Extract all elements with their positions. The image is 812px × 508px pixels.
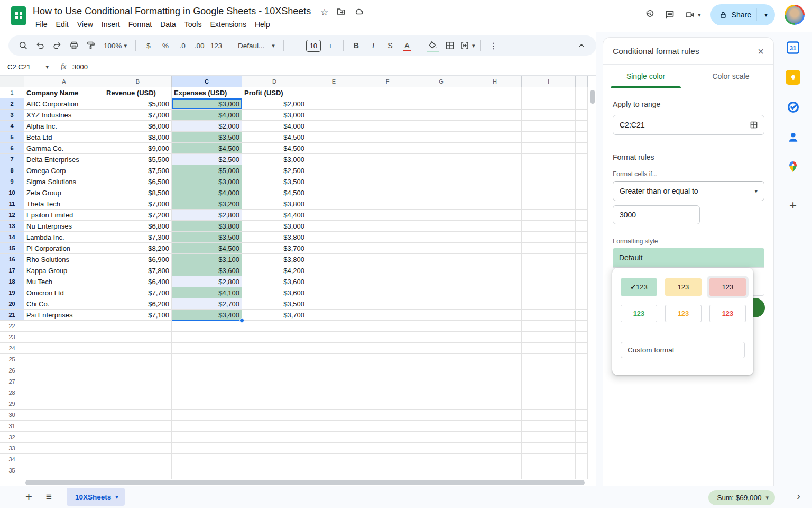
cell[interactable] [414,354,468,365]
cell[interactable] [307,165,361,176]
cell[interactable] [361,287,414,298]
row-header-28[interactable]: 28 [0,387,24,398]
collapse-toolbar-icon[interactable] [574,38,589,53]
cell[interactable] [104,432,172,443]
row-header-34[interactable]: 34 [0,454,24,465]
row-header-2[interactable]: 2 [0,98,24,110]
cell[interactable]: $2,000 [172,121,242,132]
expand-side-panel-icon[interactable]: › [797,490,800,502]
cell[interactable] [24,387,104,398]
column-header-H[interactable]: H [468,76,522,87]
cell[interactable]: Omega Corp [24,165,104,176]
cell[interactable] [468,376,522,387]
cell[interactable] [468,265,522,276]
cell[interactable] [172,398,242,410]
cell[interactable]: $3,200 [172,198,242,210]
cell[interactable]: $7,700 [104,287,172,298]
format-percent-button[interactable]: % [158,38,173,53]
cell[interactable] [522,187,576,198]
cell[interactable] [104,321,172,332]
cell[interactable] [414,121,468,132]
cell[interactable]: $3,000 [242,110,307,121]
font-size-input[interactable]: 10 [306,40,321,52]
cell[interactable]: $7,300 [104,232,172,243]
cell[interactable]: Lambda Inc. [24,232,104,243]
get-addons-icon[interactable]: + [783,196,802,215]
cell[interactable] [468,87,522,98]
cell[interactable] [414,176,468,187]
cell[interactable] [104,421,172,432]
cell[interactable] [576,376,588,387]
cell[interactable]: $5,500 [104,154,172,165]
sheets-logo-icon[interactable] [11,6,26,25]
cell[interactable] [104,332,172,343]
cell[interactable]: ABC Corporation [24,98,104,110]
cell[interactable]: $2,500 [242,165,307,176]
cell[interactable] [307,454,361,465]
cell[interactable] [468,310,522,321]
tab-color-scale[interactable]: Color scale [688,65,773,88]
cell[interactable] [522,243,576,254]
cell[interactable] [361,187,414,198]
cell[interactable]: Sigma Solutions [24,176,104,187]
row-header-32[interactable]: 32 [0,432,24,443]
merge-cells-button[interactable]: ▾ [459,38,475,53]
cell[interactable] [361,443,414,454]
cell[interactable] [468,365,522,376]
cell[interactable] [522,298,576,310]
cell[interactable] [307,332,361,343]
cell[interactable] [576,121,588,132]
row-header-30[interactable]: 30 [0,410,24,421]
cell[interactable] [468,254,522,265]
cell[interactable] [576,432,588,443]
cell[interactable] [522,354,576,365]
column-header-G[interactable]: G [414,76,468,87]
select-range-icon[interactable] [749,120,759,130]
cell[interactable]: $3,100 [172,254,242,265]
calendar-icon[interactable]: 31 [783,38,802,57]
cell[interactable] [522,143,576,154]
cell[interactable] [414,298,468,310]
cell[interactable]: Nu Enterprises [24,221,104,232]
cell[interactable] [414,332,468,343]
row-header-3[interactable]: 3 [0,110,24,121]
menu-extensions[interactable]: Extensions [206,19,250,30]
cell[interactable]: $4,400 [242,210,307,221]
cell[interactable] [24,421,104,432]
row-header-16[interactable]: 16 [0,254,24,265]
avatar[interactable] [785,5,805,25]
menu-edit[interactable]: Edit [52,19,72,30]
search-icon[interactable] [16,38,31,53]
cell[interactable] [361,154,414,165]
column-header-A[interactable]: A [24,76,104,87]
cell[interactable]: Rho Solutions [24,254,104,265]
row-header-22[interactable]: 22 [0,321,24,332]
cell[interactable] [414,143,468,154]
cell[interactable]: $4,100 [172,287,242,298]
cell[interactable] [361,310,414,321]
cell[interactable] [576,387,588,398]
cell[interactable] [361,343,414,354]
cell[interactable] [468,354,522,365]
cell[interactable] [104,398,172,410]
cell[interactable] [361,121,414,132]
style-chip-text-3[interactable]: 123 [709,305,746,322]
cell[interactable] [307,443,361,454]
menu-format[interactable]: Format [125,19,155,30]
row-header-31[interactable]: 31 [0,421,24,432]
cell[interactable] [361,243,414,254]
cell[interactable] [522,265,576,276]
cell[interactable] [307,387,361,398]
format-currency-button[interactable]: $ [141,38,156,53]
cell[interactable]: $4,000 [242,121,307,132]
cell[interactable] [361,354,414,365]
cell[interactable]: $2,500 [172,154,242,165]
cell[interactable]: $2,700 [172,298,242,310]
cell[interactable] [468,187,522,198]
print-icon[interactable] [67,38,81,53]
cell[interactable] [307,232,361,243]
cell[interactable] [468,98,522,110]
selection-handle[interactable] [239,318,244,323]
cell[interactable]: XYZ Industries [24,110,104,121]
style-chip-filled-1[interactable]: ✔123 [621,278,657,296]
